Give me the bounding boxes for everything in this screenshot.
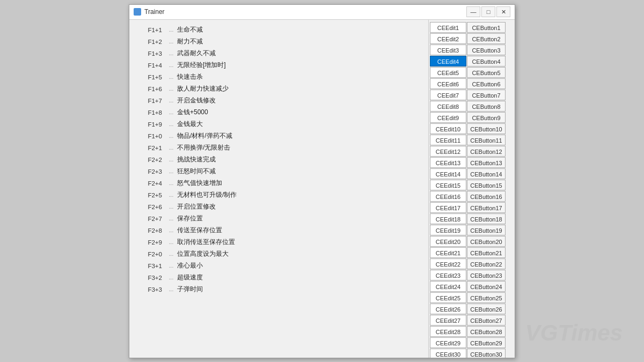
ce-button-5[interactable]: CEButton5	[467, 67, 506, 78]
ce-button-29[interactable]: CEButton29	[467, 337, 506, 348]
ce-row: CEEdit1CEButton1	[430, 22, 514, 33]
ce-button-6[interactable]: CEButton6	[467, 78, 506, 89]
ce-button-9[interactable]: CEButton9	[467, 112, 506, 123]
ce-button-21[interactable]: CEButton21	[467, 247, 506, 258]
ce-row: CEEdit22CEButton22	[430, 258, 514, 269]
ce-button-15[interactable]: CEButton15	[467, 180, 506, 190]
cheat-label: 快速击杀	[177, 72, 422, 82]
ce-edit-14[interactable]: CEEdit14	[430, 168, 466, 179]
ce-button-2[interactable]: CEButton2	[467, 33, 506, 44]
cheat-label: 敌人耐力快速减少	[177, 84, 422, 93]
ce-edit-15[interactable]: CEEdit15	[430, 180, 466, 190]
ce-edit-20[interactable]: CEEdit20	[430, 236, 466, 247]
ce-button-27[interactable]: CEButton27	[467, 315, 506, 326]
maximize-button[interactable]: □	[481, 6, 495, 17]
ce-button-8[interactable]: CEButton8	[467, 101, 506, 112]
cheat-label: 开启金钱修改	[177, 96, 422, 105]
ce-edit-17[interactable]: CEEdit17	[430, 202, 466, 213]
ce-edit-26[interactable]: CEEdit26	[430, 304, 466, 314]
cheat-dots: ...	[165, 251, 177, 257]
cheat-row: F2+6...开启位置修改	[131, 201, 426, 213]
ce-edit-8[interactable]: CEEdit8	[430, 101, 466, 112]
ce-button-18[interactable]: CEButton18	[467, 213, 506, 224]
cheat-dots: ...	[165, 74, 177, 80]
ce-button-24[interactable]: CEButton24	[467, 281, 506, 292]
cheat-key: F1+8	[136, 109, 165, 116]
cheat-row: F3+3...子弹时间	[131, 284, 426, 295]
ce-edit-23[interactable]: CEEdit23	[430, 270, 466, 280]
cheat-label: 物品/材料/弹药不减	[177, 131, 422, 141]
cheat-label: 超级速度	[177, 273, 422, 282]
ce-edit-16[interactable]: CEEdit16	[430, 191, 466, 202]
ce-edit-24[interactable]: CEEdit24	[430, 281, 466, 292]
ce-button-20[interactable]: CEButton20	[467, 236, 506, 247]
ce-edit-22[interactable]: CEEdit22	[430, 258, 466, 269]
cheat-label: 传送至保存位置	[177, 226, 422, 235]
ce-button-25[interactable]: CEButton25	[467, 292, 506, 303]
svg-rect-0	[135, 9, 140, 14]
ce-button-28[interactable]: CEButton28	[467, 326, 506, 337]
ce-edit-7[interactable]: CEEdit7	[430, 90, 466, 100]
ce-button-13[interactable]: CEButton13	[467, 157, 506, 168]
ce-edit-30[interactable]: CEEdit30	[430, 349, 466, 358]
ce-edit-25[interactable]: CEEdit25	[430, 292, 466, 303]
ce-button-1[interactable]: CEButton1	[467, 22, 506, 33]
ce-edit-28[interactable]: CEEdit28	[430, 326, 466, 337]
ce-edit-27[interactable]: CEEdit27	[430, 315, 466, 326]
ce-edit-21[interactable]: CEEdit21	[430, 247, 466, 258]
cheat-label: 子弹时间	[177, 285, 422, 294]
ce-edit-19[interactable]: CEEdit19	[430, 225, 466, 235]
cheat-key: F1+9	[136, 121, 165, 128]
cheat-dots: ...	[165, 180, 177, 186]
cheat-label: 开启位置修改	[177, 202, 422, 211]
cheat-key: F1+4	[136, 62, 165, 69]
title-bar-buttons: — □ ✕	[466, 6, 510, 17]
ce-row: CEEdit20CEButton20	[430, 236, 514, 247]
cheat-key: F3+2	[136, 275, 165, 281]
ce-button-10[interactable]: CEButton10	[467, 123, 506, 134]
ce-button-16[interactable]: CEButton16	[467, 191, 506, 202]
cheat-key: F3+1	[136, 263, 165, 269]
ce-edit-3[interactable]: CEEdit3	[430, 45, 466, 55]
ce-edit-4[interactable]: CEEdit4	[430, 56, 466, 67]
ce-button-19[interactable]: CEButton19	[467, 225, 506, 235]
cheat-dots: ...	[165, 62, 177, 68]
ce-edit-11[interactable]: CEEdit11	[430, 135, 466, 145]
cheat-label: 位置高度设为最大	[177, 249, 422, 258]
ce-button-11[interactable]: CEButton11	[467, 135, 506, 145]
ce-edit-2[interactable]: CEEdit2	[430, 33, 466, 44]
ce-button-23[interactable]: CEButton23	[467, 270, 506, 280]
cheat-dots: ...	[165, 109, 177, 115]
minimize-button[interactable]: —	[466, 6, 480, 17]
cheat-row: F1+9...金钱最大	[131, 119, 426, 130]
ce-row: CEEdit15CEButton15	[430, 180, 514, 190]
cheat-key: F2+7	[136, 216, 165, 222]
close-button[interactable]: ✕	[496, 6, 510, 17]
ce-edit-1[interactable]: CEEdit1	[430, 22, 466, 33]
ce-button-3[interactable]: CEButton3	[467, 45, 506, 55]
ce-button-7[interactable]: CEButton7	[467, 90, 506, 100]
ce-button-22[interactable]: CEButton22	[467, 258, 506, 269]
ce-edit-29[interactable]: CEEdit29	[430, 337, 466, 348]
ce-edit-12[interactable]: CEEdit12	[430, 146, 466, 157]
ce-edit-13[interactable]: CEEdit13	[430, 157, 466, 168]
cheat-key: F2+9	[136, 239, 165, 246]
ce-edit-10[interactable]: CEEdit10	[430, 123, 466, 134]
ce-edit-5[interactable]: CEEdit5	[430, 67, 466, 78]
ce-button-26[interactable]: CEButton26	[467, 304, 506, 314]
content-area: F1+1...生命不减F1+2...耐力不减F1+3...武器耐久不减F1+4.…	[129, 20, 515, 358]
ce-edit-9[interactable]: CEEdit9	[430, 112, 466, 123]
ce-edit-6[interactable]: CEEdit6	[430, 78, 466, 89]
ce-button-17[interactable]: CEButton17	[467, 202, 506, 213]
ce-row: CEEdit2CEButton2	[430, 33, 514, 44]
ce-button-4[interactable]: CEButton4	[467, 56, 506, 67]
cheat-row: F1+7...开启金钱修改	[131, 95, 426, 107]
ce-edit-18[interactable]: CEEdit18	[430, 213, 466, 224]
cheat-dots: ...	[165, 86, 177, 92]
ce-button-30[interactable]: CEButton30	[467, 349, 506, 358]
ce-row: CEEdit12CEButton12	[430, 146, 514, 157]
cheat-row: F2+2...挑战快速完成	[131, 154, 426, 166]
ce-button-14[interactable]: CEButton14	[467, 168, 506, 179]
ce-button-12[interactable]: CEButton12	[467, 146, 506, 157]
cheat-label: 狂怒时间不减	[177, 167, 422, 176]
